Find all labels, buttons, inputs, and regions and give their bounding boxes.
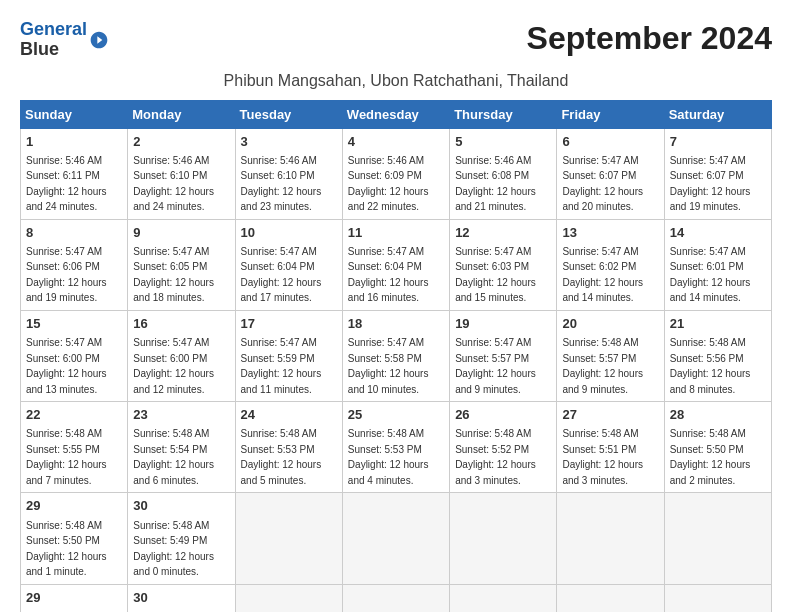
day-number: 17: [241, 315, 337, 333]
calendar-week-3: 15Sunrise: 5:47 AMSunset: 6:00 PMDayligh…: [21, 310, 772, 401]
calendar-day-30: 30Sunrise: 5:48 AMSunset: 5:49 PMDayligh…: [128, 584, 235, 612]
day-number: 4: [348, 133, 444, 151]
day-number: 5: [455, 133, 551, 151]
calendar-day-26: 26Sunrise: 5:48 AMSunset: 5:52 PMDayligh…: [450, 402, 557, 493]
calendar-day-28: 28Sunrise: 5:48 AMSunset: 5:50 PMDayligh…: [664, 402, 771, 493]
col-tuesday: Tuesday: [235, 100, 342, 128]
calendar-day-18: 18Sunrise: 5:47 AMSunset: 5:58 PMDayligh…: [342, 310, 449, 401]
day-number: 19: [455, 315, 551, 333]
logo-icon: [89, 30, 109, 50]
logo-text: GeneralBlue: [20, 20, 87, 60]
calendar-day-empty: [342, 584, 449, 612]
day-number: 20: [562, 315, 658, 333]
calendar-day-7: 7Sunrise: 5:47 AMSunset: 6:07 PMDaylight…: [664, 128, 771, 219]
calendar-day-21: 21Sunrise: 5:48 AMSunset: 5:56 PMDayligh…: [664, 310, 771, 401]
col-wednesday: Wednesday: [342, 100, 449, 128]
calendar-day-5: 5Sunrise: 5:46 AMSunset: 6:08 PMDaylight…: [450, 128, 557, 219]
day-number: 24: [241, 406, 337, 424]
col-monday: Monday: [128, 100, 235, 128]
calendar-day-8: 8Sunrise: 5:47 AMSunset: 6:06 PMDaylight…: [21, 219, 128, 310]
calendar-day-30: 30Sunrise: 5:48 AMSunset: 5:49 PMDayligh…: [128, 493, 235, 584]
day-number: 23: [133, 406, 229, 424]
day-number: 21: [670, 315, 766, 333]
calendar-table: Sunday Monday Tuesday Wednesday Thursday…: [20, 100, 772, 612]
day-number: 13: [562, 224, 658, 242]
month-title: September 2024: [527, 20, 772, 57]
calendar-day-4: 4Sunrise: 5:46 AMSunset: 6:09 PMDaylight…: [342, 128, 449, 219]
calendar-day-17: 17Sunrise: 5:47 AMSunset: 5:59 PMDayligh…: [235, 310, 342, 401]
calendar-day-20: 20Sunrise: 5:48 AMSunset: 5:57 PMDayligh…: [557, 310, 664, 401]
logo-blue: Blue: [20, 39, 59, 59]
calendar-day-6: 6Sunrise: 5:47 AMSunset: 6:07 PMDaylight…: [557, 128, 664, 219]
calendar-day-3: 3Sunrise: 5:46 AMSunset: 6:10 PMDaylight…: [235, 128, 342, 219]
calendar-week-6: 29Sunrise: 5:48 AMSunset: 5:50 PMDayligh…: [21, 584, 772, 612]
calendar-day-23: 23Sunrise: 5:48 AMSunset: 5:54 PMDayligh…: [128, 402, 235, 493]
calendar-day-29: 29Sunrise: 5:48 AMSunset: 5:50 PMDayligh…: [21, 584, 128, 612]
calendar-day-13: 13Sunrise: 5:47 AMSunset: 6:02 PMDayligh…: [557, 219, 664, 310]
col-thursday: Thursday: [450, 100, 557, 128]
day-number: 9: [133, 224, 229, 242]
calendar-day-25: 25Sunrise: 5:48 AMSunset: 5:53 PMDayligh…: [342, 402, 449, 493]
calendar-day-empty: [342, 493, 449, 584]
logo: GeneralBlue: [20, 20, 109, 60]
day-number: 3: [241, 133, 337, 151]
day-number: 28: [670, 406, 766, 424]
calendar-day-29: 29Sunrise: 5:48 AMSunset: 5:50 PMDayligh…: [21, 493, 128, 584]
day-number: 8: [26, 224, 122, 242]
calendar-header-row: Sunday Monday Tuesday Wednesday Thursday…: [21, 100, 772, 128]
day-number: 6: [562, 133, 658, 151]
calendar-day-empty: [664, 584, 771, 612]
day-number: 29: [26, 497, 122, 515]
col-friday: Friday: [557, 100, 664, 128]
calendar-day-empty: [450, 584, 557, 612]
day-number: 2: [133, 133, 229, 151]
day-number: 7: [670, 133, 766, 151]
calendar-day-16: 16Sunrise: 5:47 AMSunset: 6:00 PMDayligh…: [128, 310, 235, 401]
calendar-day-14: 14Sunrise: 5:47 AMSunset: 6:01 PMDayligh…: [664, 219, 771, 310]
calendar-week-2: 8Sunrise: 5:47 AMSunset: 6:06 PMDaylight…: [21, 219, 772, 310]
calendar-week-5: 29Sunrise: 5:48 AMSunset: 5:50 PMDayligh…: [21, 493, 772, 584]
day-number: 11: [348, 224, 444, 242]
calendar-day-10: 10Sunrise: 5:47 AMSunset: 6:04 PMDayligh…: [235, 219, 342, 310]
day-number: 30: [133, 497, 229, 515]
day-number: 12: [455, 224, 551, 242]
location-subtitle: Phibun Mangsahan, Ubon Ratchathani, Thai…: [20, 72, 772, 90]
day-number: 27: [562, 406, 658, 424]
day-number: 14: [670, 224, 766, 242]
day-number: 1: [26, 133, 122, 151]
calendar-day-1: 1Sunrise: 5:46 AMSunset: 6:11 PMDaylight…: [21, 128, 128, 219]
calendar-day-11: 11Sunrise: 5:47 AMSunset: 6:04 PMDayligh…: [342, 219, 449, 310]
calendar-day-2: 2Sunrise: 5:46 AMSunset: 6:10 PMDaylight…: [128, 128, 235, 219]
calendar-day-empty: [450, 493, 557, 584]
calendar-day-empty: [235, 584, 342, 612]
calendar-day-9: 9Sunrise: 5:47 AMSunset: 6:05 PMDaylight…: [128, 219, 235, 310]
day-number: 26: [455, 406, 551, 424]
day-number: 18: [348, 315, 444, 333]
calendar-day-empty: [557, 584, 664, 612]
day-number: 16: [133, 315, 229, 333]
calendar-day-15: 15Sunrise: 5:47 AMSunset: 6:00 PMDayligh…: [21, 310, 128, 401]
day-number: 10: [241, 224, 337, 242]
calendar-day-22: 22Sunrise: 5:48 AMSunset: 5:55 PMDayligh…: [21, 402, 128, 493]
day-number: 22: [26, 406, 122, 424]
calendar-week-4: 22Sunrise: 5:48 AMSunset: 5:55 PMDayligh…: [21, 402, 772, 493]
day-number: 30: [133, 589, 229, 607]
calendar-day-27: 27Sunrise: 5:48 AMSunset: 5:51 PMDayligh…: [557, 402, 664, 493]
calendar-day-12: 12Sunrise: 5:47 AMSunset: 6:03 PMDayligh…: [450, 219, 557, 310]
calendar-day-empty: [557, 493, 664, 584]
calendar-day-19: 19Sunrise: 5:47 AMSunset: 5:57 PMDayligh…: [450, 310, 557, 401]
day-number: 15: [26, 315, 122, 333]
title-section: September 2024: [527, 20, 772, 57]
calendar-day-empty: [664, 493, 771, 584]
col-saturday: Saturday: [664, 100, 771, 128]
day-number: 25: [348, 406, 444, 424]
calendar-week-1: 1Sunrise: 5:46 AMSunset: 6:11 PMDaylight…: [21, 128, 772, 219]
calendar-day-24: 24Sunrise: 5:48 AMSunset: 5:53 PMDayligh…: [235, 402, 342, 493]
col-sunday: Sunday: [21, 100, 128, 128]
calendar-day-empty: [235, 493, 342, 584]
day-number: 29: [26, 589, 122, 607]
